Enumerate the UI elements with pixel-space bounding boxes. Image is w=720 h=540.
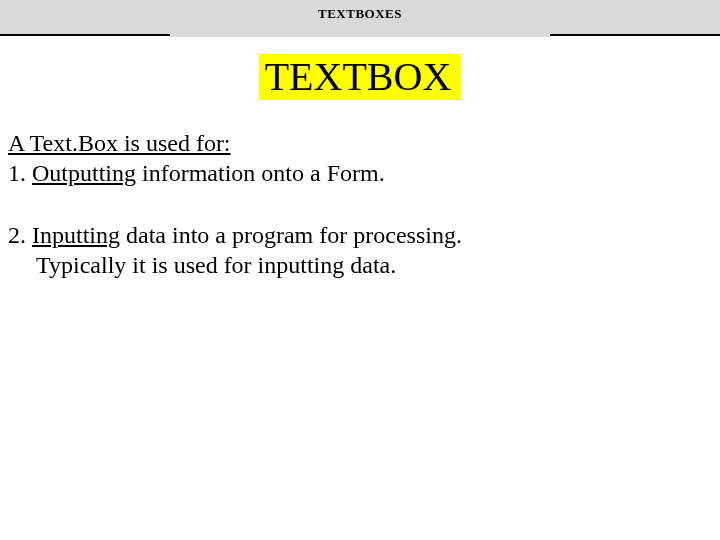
header-rule-gap: [170, 33, 550, 37]
intro-line: A Text.Box is used for:: [8, 128, 712, 158]
slide-content: TEXTBOX A Text.Box is used for: 1. Outpu…: [0, 36, 720, 280]
list-item: 2. Inputting data into a program for pro…: [8, 220, 712, 250]
slide-header: TEXTBOXES: [0, 0, 720, 36]
item-number: 2.: [8, 222, 32, 248]
item-keyword: Inputting: [32, 222, 120, 248]
item-number: 1.: [8, 160, 32, 186]
item-keyword: Outputting: [32, 160, 136, 186]
body-text: A Text.Box is used for: 1. Outputting in…: [8, 128, 712, 280]
header-title: TEXTBOXES: [318, 6, 402, 22]
list-item: 1. Outputting information onto a Form.: [8, 158, 712, 188]
item-continuation: Typically it is used for inputting data.: [8, 250, 712, 280]
item-rest: data into a program for processing.: [120, 222, 462, 248]
item-rest: information onto a Form.: [136, 160, 385, 186]
main-heading: TEXTBOX: [259, 54, 462, 100]
